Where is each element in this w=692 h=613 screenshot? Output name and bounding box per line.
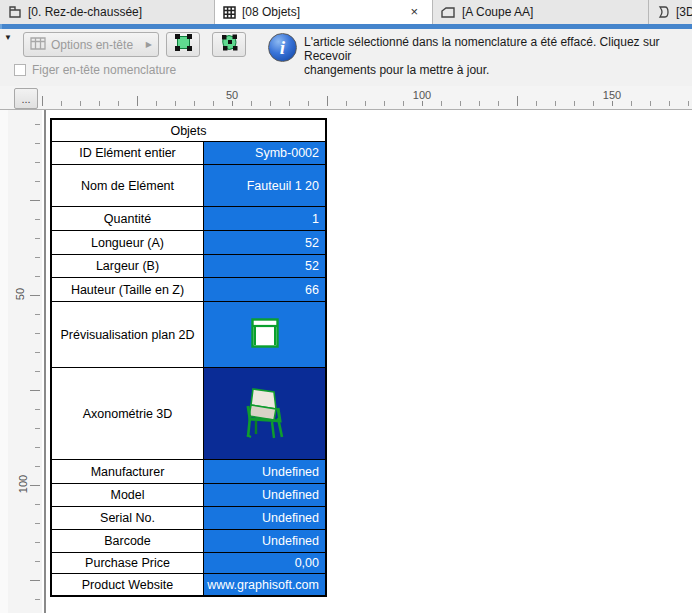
collapse-arrow-icon[interactable]: ▼ <box>4 33 12 42</box>
vertical-ruler: 50 100 <box>8 110 42 613</box>
row-value[interactable]: Undefined <box>204 507 325 529</box>
freeze-header-checkbox[interactable] <box>14 64 26 76</box>
table-row: Model Undefined <box>52 483 325 506</box>
story-icon <box>8 5 22 19</box>
row-label: Axonométrie 3D <box>52 368 204 459</box>
tab-bar: [0. Rez-de-chaussée] [08 Objets] × [A Co… <box>0 0 692 24</box>
ruler-more-button[interactable]: ... <box>14 88 38 109</box>
select-polygon-button[interactable] <box>212 32 246 57</box>
row-label: Quantité <box>52 207 204 230</box>
freeze-header-label: Figer en-tête nomenclature <box>32 63 176 77</box>
schedule-icon <box>223 6 236 19</box>
row-value[interactable]: Fauteuil 1 20 <box>204 165 325 206</box>
ruler-major-ticks <box>42 96 692 106</box>
row-value[interactable]: Undefined <box>204 530 325 552</box>
ruler-label-v50: 50 <box>14 288 26 300</box>
chair-top-view-icon <box>251 318 279 351</box>
close-icon[interactable]: × <box>404 0 424 24</box>
status-message-line1: L'article sélectionné dans la nomenclatu… <box>304 35 684 63</box>
marquee-rectangle-icon <box>173 32 194 57</box>
row-label: Longueur (A) <box>52 231 204 254</box>
row-value[interactable]: 0,00 <box>204 553 325 573</box>
table-row: Quantité 1 <box>52 206 325 230</box>
marquee-polygon-icon <box>219 32 240 57</box>
schedule-table: Objets ID Elément entier Symb-0002 Nom d… <box>50 118 327 597</box>
tab-3d-window[interactable]: [3D . <box>649 0 692 24</box>
header-options-label: Options en-tête <box>51 38 133 52</box>
section-icon <box>441 6 456 19</box>
row-label: Hauteur (Taille en Z) <box>52 278 204 301</box>
row-label: Serial No. <box>52 507 204 529</box>
row-label: Model <box>52 484 204 506</box>
tab-label: [3D . <box>676 5 692 19</box>
row-value[interactable]: 66 <box>204 278 325 301</box>
table-row: Purchase Price 0,00 <box>52 552 325 573</box>
row-value[interactable]: www.graphisoft.com <box>204 574 325 595</box>
table-row: Barcode Undefined <box>52 529 325 552</box>
info-icon: i <box>268 33 297 62</box>
schedule-toolbar: ▼ Options en-tête ▶ <box>0 29 692 86</box>
header-options-icon <box>30 37 46 53</box>
row-label: Product Website <box>52 574 204 595</box>
tab-schedule-objects[interactable]: [08 Objets] × <box>215 0 433 24</box>
preview-3d-cell[interactable] <box>204 368 325 459</box>
row-label: Purchase Price <box>52 553 204 573</box>
tab-label: [08 Objets] <box>242 5 300 19</box>
freeze-header-control[interactable]: Figer en-tête nomenclature <box>14 63 176 77</box>
table-row: Manufacturer Undefined <box>52 459 325 483</box>
chevron-right-icon: ▶ <box>146 40 152 49</box>
tab-floor-plan[interactable]: [0. Rez-de-chaussée] <box>0 0 215 24</box>
table-row: Serial No. Undefined <box>52 506 325 529</box>
3d-window-icon <box>657 5 670 19</box>
preview-2d-cell[interactable] <box>204 302 325 367</box>
row-label: Prévisualisation plan 2D <box>52 302 204 367</box>
row-value[interactable]: 52 <box>204 255 325 277</box>
status-message-line2: changements pour la mettre à jour. <box>304 63 684 77</box>
row-label: Nom de Elément <box>52 165 204 206</box>
row-value[interactable]: Undefined <box>204 460 325 483</box>
table-row-preview-2d: Prévisualisation plan 2D <box>52 301 325 367</box>
archicad-schedule-window: [0. Rez-de-chaussée] [08 Objets] × [A Co… <box>0 0 692 613</box>
left-gutter <box>0 110 8 613</box>
ruler-label-v100: 100 <box>17 475 29 493</box>
row-value[interactable]: Symb-0002 <box>204 142 325 164</box>
table-header-row: Objets <box>52 120 325 141</box>
tab-label: [A Coupe AA] <box>462 5 533 19</box>
ruler-major-ticks <box>30 200 40 613</box>
ruler-label-100: 100 <box>410 89 434 101</box>
row-label: ID Elément entier <box>52 142 204 164</box>
chair-3d-icon <box>241 384 289 443</box>
row-value[interactable]: 1 <box>204 207 325 230</box>
ruler-label-150: 150 <box>600 89 624 101</box>
ruler-label-50: 50 <box>223 89 241 101</box>
table-row: Product Website www.graphisoft.com <box>52 573 325 595</box>
table-row-preview-3d: Axonométrie 3D <box>52 367 325 459</box>
header-options-button[interactable]: Options en-tête ▶ <box>23 32 159 57</box>
drawing-area-edge <box>44 110 46 613</box>
table-row: Hauteur (Taille en Z) 66 <box>52 277 325 301</box>
row-label: Barcode <box>52 530 204 552</box>
table-row: Largeur (B) 52 <box>52 254 325 277</box>
tab-section[interactable]: [A Coupe AA] <box>433 0 649 24</box>
table-row: Longueur (A) 52 <box>52 230 325 254</box>
row-value[interactable]: 52 <box>204 231 325 254</box>
row-value[interactable]: Undefined <box>204 484 325 506</box>
row-label: Manufacturer <box>52 460 204 483</box>
tab-label: [0. Rez-de-chaussée] <box>28 5 142 19</box>
select-boundary-button[interactable] <box>166 32 200 57</box>
horizontal-ruler-ticks: 50 100 150 <box>40 86 692 110</box>
status-message: L'article sélectionné dans la nomenclatu… <box>304 35 684 77</box>
row-label: Largeur (B) <box>52 255 204 277</box>
table-row: ID Elément entier Symb-0002 <box>52 141 325 164</box>
table-row: Nom de Elément Fauteuil 1 20 <box>52 164 325 206</box>
schedule-title: Objets <box>52 120 325 141</box>
